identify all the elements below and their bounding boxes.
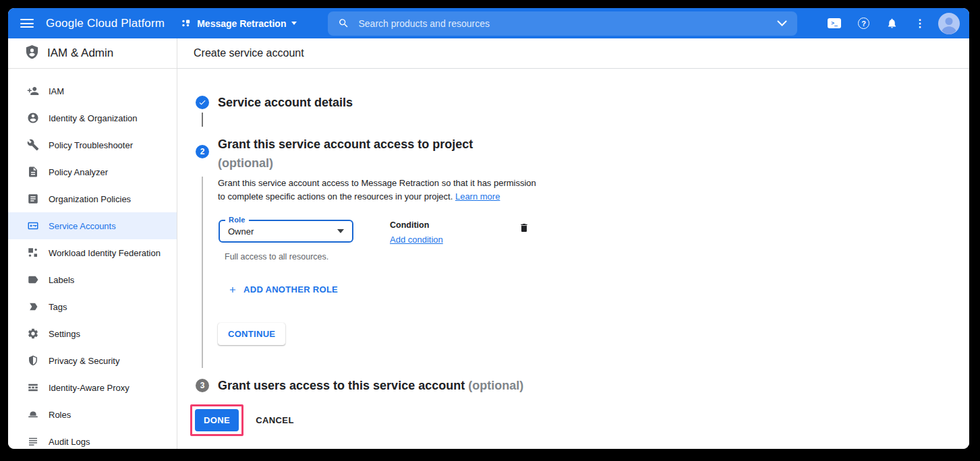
step-1-done-indicator	[196, 96, 209, 109]
project-icon	[181, 18, 192, 29]
sidebar-item-label: Service Accounts	[49, 221, 116, 231]
sidebar-item-audit-logs[interactable]: Audit Logs	[8, 428, 177, 449]
menu-icon[interactable]	[20, 19, 34, 28]
search-input[interactable]	[358, 18, 768, 29]
wizard-content: Service account details 2 Grant this ser…	[177, 69, 969, 449]
sidebar-item-iam[interactable]: IAM	[8, 78, 177, 104]
learn-more-link[interactable]: Learn more	[455, 191, 500, 202]
sidebar-item-roles[interactable]: Roles	[8, 401, 177, 428]
sidebar-item-labels[interactable]: Labels	[8, 266, 177, 293]
cloud-shell-icon[interactable]: >_	[828, 18, 841, 28]
step-3-optional-label: (optional)	[468, 379, 523, 392]
doc-lines-icon	[27, 193, 39, 205]
account-circle-icon	[27, 112, 39, 124]
sidebar-item-label: Organization Policies	[49, 194, 131, 204]
step-1-title: Service account details	[218, 94, 353, 111]
shield-icon	[27, 355, 39, 367]
sidebar-item-label: Policy Analyzer	[49, 167, 108, 177]
cancel-button[interactable]: CANCEL	[256, 415, 294, 425]
top-app-bar: Google Cloud Platform Message Retraction…	[8, 8, 969, 38]
project-name: Message Retraction	[197, 18, 286, 29]
sidebar-item-label: Roles	[49, 410, 71, 420]
sidebar-item-label: Workload Identity Federation	[49, 248, 161, 258]
role-selected-value: Owner	[228, 226, 337, 237]
search-expand-chevron-icon[interactable]	[777, 20, 787, 26]
help-icon[interactable]: ?	[858, 18, 869, 29]
sidebar-item-service-accounts[interactable]: Service Accounts	[8, 212, 177, 239]
sidebar-item-privacy-security[interactable]: Privacy & Security	[8, 347, 177, 374]
doc-gear-icon	[27, 166, 39, 178]
browser-window: Google Cloud Platform Message Retraction…	[8, 8, 969, 449]
step-2-body: Grant this service account access to Mes…	[202, 177, 969, 368]
layers-icon	[27, 381, 39, 394]
sidebar-item-identity-aware-proxy[interactable]: Identity-Aware Proxy	[8, 374, 177, 401]
badge-key-icon	[27, 220, 39, 232]
sidebar-item-label: Policy Troubleshooter	[49, 140, 133, 150]
sidebar-item-label: Identity-Aware Proxy	[49, 383, 129, 393]
step-3-header: 3 Grant users access to this service acc…	[177, 377, 969, 394]
dropdown-caret-icon	[337, 229, 344, 233]
step-2-description: Grant this service account access to Mes…	[218, 177, 543, 204]
role-field-label: Role	[225, 216, 249, 224]
step-2-number-indicator: 2	[196, 145, 209, 158]
step-2-header: 2 Grant this service account access to p…	[177, 135, 969, 173]
sidebar-item-label: Labels	[49, 275, 74, 285]
sidebar-nav: IAM Identity & Organization Policy Troub…	[8, 69, 177, 449]
avatar[interactable]	[938, 13, 960, 34]
trash-icon	[519, 222, 529, 234]
sidebar-item-label: Tags	[49, 302, 67, 312]
annotation-highlight-box: DONE	[190, 404, 243, 436]
main-panel: Create service account Service account d…	[177, 38, 969, 449]
sidebar-title: IAM & Admin	[47, 47, 113, 60]
step-3-title-text: Grant users access to this service accou…	[218, 379, 465, 392]
sidebar-item-organization-policies[interactable]: Organization Policies	[8, 185, 177, 212]
check-icon	[198, 98, 206, 106]
delete-role-button[interactable]	[519, 222, 529, 236]
sidebar-item-settings[interactable]: Settings	[8, 320, 177, 347]
sidebar-header: IAM & Admin	[8, 38, 177, 69]
label-tag-icon	[27, 274, 39, 286]
sidebar-item-tags[interactable]: Tags	[8, 293, 177, 320]
sidebar-item-identity-organization[interactable]: Identity & Organization	[8, 104, 177, 131]
list-lines-icon	[27, 435, 39, 448]
continue-button[interactable]: CONTINUE	[218, 323, 285, 345]
add-another-role-label: ADD ANOTHER ROLE	[243, 284, 338, 295]
gcp-logo: Google Cloud Platform	[46, 17, 165, 30]
sidebar-item-policy-analyzer[interactable]: Policy Analyzer	[8, 158, 177, 185]
search-bar[interactable]	[328, 11, 797, 36]
search-icon	[338, 18, 349, 29]
done-button[interactable]: DONE	[195, 409, 239, 431]
condition-label: Condition	[390, 220, 443, 230]
sidebar-item-label: Audit Logs	[49, 437, 90, 447]
add-condition-link[interactable]: Add condition	[390, 235, 443, 245]
gear-icon	[27, 328, 39, 340]
notifications-bell-icon[interactable]	[886, 18, 898, 29]
person-add-icon	[27, 85, 39, 97]
wizard-actions: DONE CANCEL	[177, 404, 969, 436]
more-options-icon[interactable]: ⋮	[915, 17, 921, 30]
plus-icon	[228, 285, 237, 295]
project-selector[interactable]: Message Retraction	[181, 18, 297, 29]
wrench-icon	[27, 139, 39, 151]
squares-icon	[27, 247, 39, 259]
step-2-optional-label: (optional)	[218, 154, 473, 173]
condition-block: Condition Add condition	[390, 220, 443, 245]
sidebar-item-policy-troubleshooter[interactable]: Policy Troubleshooter	[8, 131, 177, 158]
sidebar-item-label: Privacy & Security	[49, 356, 119, 366]
step-3-title: Grant users access to this service accou…	[218, 377, 523, 394]
step-2-title: Grant this service account access to pro…	[218, 135, 473, 154]
step-3-number-indicator: 3	[196, 379, 209, 392]
hat-icon	[27, 408, 39, 421]
role-helper-text: Full access to all resources.	[225, 252, 969, 262]
add-another-role-button[interactable]: ADD ANOTHER ROLE	[228, 284, 338, 295]
role-select[interactable]: Role Owner	[219, 220, 353, 243]
page-title: Create service account	[177, 38, 969, 69]
role-row: Role Owner Condition Add condition	[218, 220, 969, 245]
topbar-actions: >_ ? ⋮	[828, 13, 960, 34]
sidebar: IAM & Admin IAM Identity & Organization …	[8, 38, 177, 449]
step-1-header: Service account details	[177, 94, 969, 111]
sidebar-item-workload-identity-federation[interactable]: Workload Identity Federation	[8, 239, 177, 266]
sidebar-item-label: Identity & Organization	[49, 113, 138, 123]
iam-admin-shield-icon	[24, 44, 40, 63]
chevron-down-icon	[291, 22, 297, 25]
